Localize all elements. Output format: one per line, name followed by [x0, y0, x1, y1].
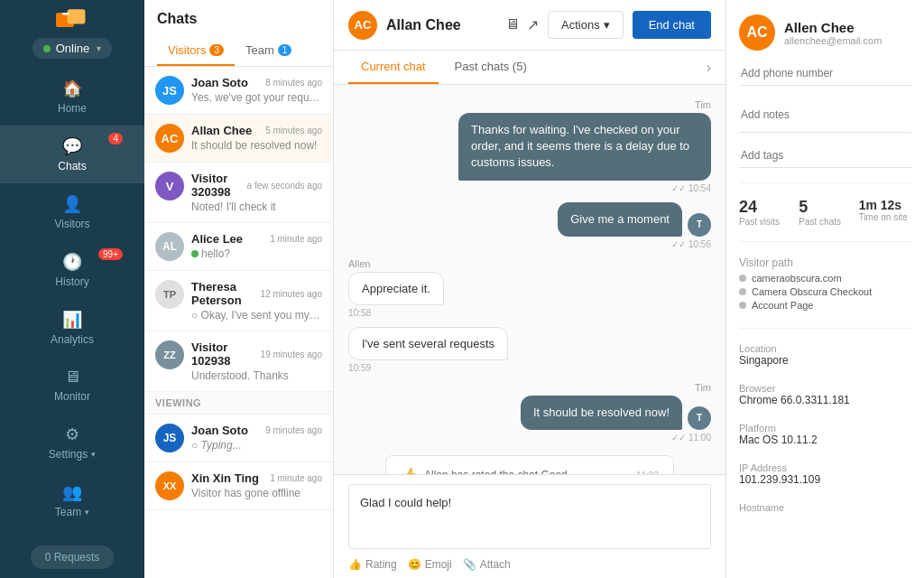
- transfer-icon[interactable]: ↗: [527, 16, 539, 33]
- message-group: Tim It should be resolved now! T ✓✓ 11:0…: [348, 382, 711, 443]
- sidebar-nav: 🏠 Home 💬 Chats 4 👤 Visitors 🕐 History 99…: [0, 68, 144, 529]
- chat-name: Theresa Peterson: [191, 280, 261, 307]
- chat-preview: ○ Typing...: [191, 439, 322, 452]
- emoji-toolbar-label: Emoji: [425, 558, 452, 571]
- browser-value: Chrome 66.0.3311.181: [739, 394, 911, 406]
- thumbs-up-icon: 👍: [401, 467, 419, 474]
- list-item[interactable]: ZZ Visitor 102938 19 minutes ago Underst…: [144, 331, 333, 392]
- chat-sub-tabs: Current chat Past chats (5) ›: [334, 51, 725, 85]
- sidebar-item-monitor[interactable]: 🖥 Monitor: [0, 357, 144, 414]
- sidebar-item-label-chats: Chats: [58, 160, 86, 172]
- chat-preview: It should be resolved now!: [191, 139, 322, 152]
- svg-rect-2: [62, 13, 69, 15]
- right-contact-avatar: AC: [739, 14, 775, 51]
- requests-button[interactable]: 0 Requests: [31, 545, 115, 569]
- chat-time: 8 minutes ago: [265, 78, 322, 88]
- emoji-toolbar-icon: 😊: [408, 558, 421, 571]
- sidebar-item-label-settings: Settings: [49, 448, 88, 461]
- home-icon: 🏠: [62, 79, 82, 98]
- list-item[interactable]: JS Joan Soto 8 minutes ago Yes, we've go…: [144, 67, 333, 115]
- message-bubble: Appreciate it.: [348, 272, 444, 305]
- path-item-text: Account Page: [752, 300, 814, 311]
- notes-input[interactable]: [739, 97, 911, 133]
- location-value: Singapore: [739, 354, 911, 367]
- attach-toolbar-item[interactable]: 📎 Attach: [463, 558, 511, 571]
- hostname-info: Hostname: [739, 502, 911, 513]
- stat-past-visits: 24 Past visits: [739, 198, 791, 227]
- sidebar-item-chats[interactable]: 💬 Chats 4: [0, 126, 144, 183]
- chat-info: Visitor 102938 19 minutes ago Understood…: [191, 340, 322, 382]
- avatar: JS: [155, 424, 184, 452]
- chat-info: Theresa Peterson 12 minutes ago ○ Okay, …: [191, 280, 322, 322]
- rating-toolbar-label: Rating: [365, 558, 397, 571]
- tabs-arrow-icon[interactable]: ›: [707, 60, 711, 76]
- sidebar-item-history[interactable]: 🕐 History 99+: [0, 241, 144, 299]
- emoji-toolbar-item[interactable]: 😊 Emoji: [408, 558, 452, 571]
- list-item[interactable]: AL Alice Lee 1 minute ago hello?: [144, 223, 333, 271]
- avatar: XX: [155, 471, 184, 500]
- sidebar-item-team[interactable]: 👥 Team ▾: [0, 471, 144, 529]
- visitor-path-section: Visitor path cameraobscura.com Camera Ob…: [739, 256, 911, 313]
- path-item: cameraobscura.com: [739, 273, 911, 284]
- chat-input-toolbar: 👍 Rating 😊 Emoji 📎 Attach: [348, 553, 711, 573]
- path-dot-icon: [739, 288, 746, 295]
- rating-toolbar-icon: 👍: [348, 558, 362, 571]
- visitors-icon: 👤: [62, 194, 82, 214]
- right-contact-header: AC Allen Chee allenchee@email.com: [739, 14, 911, 51]
- list-item[interactable]: XX Xin Xin Ting 1 minute ago Visitor has…: [144, 462, 333, 510]
- sidebar-item-analytics[interactable]: 📊 Analytics: [0, 299, 144, 357]
- message-group: Give me a moment T ✓✓ 10:56: [348, 202, 711, 249]
- sidebar-item-visitors[interactable]: 👤 Visitors: [0, 183, 144, 241]
- platform-info: Platform Mac OS 10.11.2: [739, 423, 911, 446]
- browser-label: Browser: [739, 383, 911, 394]
- sidebar-item-settings[interactable]: ⚙ Settings ▾: [0, 414, 144, 471]
- message-sender-label: Allen: [348, 258, 370, 269]
- actions-button[interactable]: Actions ▾: [548, 11, 624, 39]
- sidebar: Online ▾ 🏠 Home 💬 Chats 4 👤 Visitors 🕐 H…: [0, 0, 144, 578]
- ip-value: 101.239.931.109: [739, 473, 911, 486]
- path-item: Account Page: [739, 300, 911, 311]
- contact-avatar: AC: [348, 11, 377, 40]
- avatar: TP: [155, 280, 184, 309]
- phone-input[interactable]: [739, 61, 911, 86]
- list-item[interactable]: V Visitor 320398 a few seconds ago Noted…: [144, 163, 333, 223]
- tab-visitors[interactable]: Visitors 3: [157, 36, 235, 66]
- stat-label: Past visits: [739, 217, 791, 227]
- chat-list-title: Chats: [157, 11, 320, 27]
- monitor-icon: 🖥: [64, 368, 80, 387]
- path-item-text: cameraobscura.com: [752, 273, 842, 284]
- list-item[interactable]: AC Allan Chee 5 minutes ago It should be…: [144, 115, 333, 163]
- list-item[interactable]: JS Joan Soto 9 minutes ago ○ Typing...: [144, 415, 333, 462]
- sidebar-item-label-monitor: Monitor: [54, 390, 90, 403]
- panel-divider: [739, 328, 911, 329]
- history-badge: 99+: [98, 248, 123, 260]
- chat-list-panel: Chats Visitors 3 Team 1 JS Joan Soto 8 m…: [144, 0, 334, 578]
- message-time: ✓✓ 11:00: [671, 433, 711, 443]
- chat-input[interactable]: Glad I could help!: [348, 484, 711, 549]
- chat-name: Joan Soto: [191, 76, 248, 89]
- tags-input[interactable]: [739, 144, 911, 168]
- rating-toolbar-item[interactable]: 👍 Rating: [348, 558, 397, 571]
- stat-label: Time on site: [859, 212, 911, 222]
- right-panel: AC Allen Chee allenchee@email.com 24 Pas…: [725, 0, 924, 578]
- avatar: ZZ: [155, 340, 184, 369]
- screen-monitor-icon[interactable]: 🖥: [505, 16, 520, 33]
- message-bubble: Give me a moment: [558, 202, 682, 237]
- sidebar-item-home[interactable]: 🏠 Home: [0, 68, 144, 126]
- right-contact-email: allenchee@email.com: [784, 35, 882, 46]
- tab-team[interactable]: Team 1: [235, 36, 302, 66]
- stats-row: 24 Past visits 5 Past chats 1m 12s Time …: [739, 198, 911, 227]
- tab-current-chat[interactable]: Current chat: [348, 51, 439, 84]
- stat-value: 24: [739, 198, 791, 217]
- viewing-section-label: VIEWING: [144, 392, 333, 415]
- agent-avatar-sm: T: [688, 213, 711, 237]
- end-chat-button[interactable]: End chat: [633, 11, 711, 39]
- chat-input-area: Glad I could help! 👍 Rating 😊 Emoji 📎 At…: [334, 474, 725, 578]
- tab-past-chats[interactable]: Past chats (5): [442, 51, 540, 84]
- list-item[interactable]: TP Theresa Peterson 12 minutes ago ○ Oka…: [144, 271, 333, 331]
- agent-avatar-sm: T: [688, 406, 711, 430]
- chat-preview: Visitor has gone offline: [191, 487, 322, 499]
- status-selector[interactable]: Online ▾: [32, 38, 113, 59]
- platform-value: Mac OS 10.11.2: [739, 434, 911, 446]
- header-icons: 🖥 ↗: [505, 16, 539, 33]
